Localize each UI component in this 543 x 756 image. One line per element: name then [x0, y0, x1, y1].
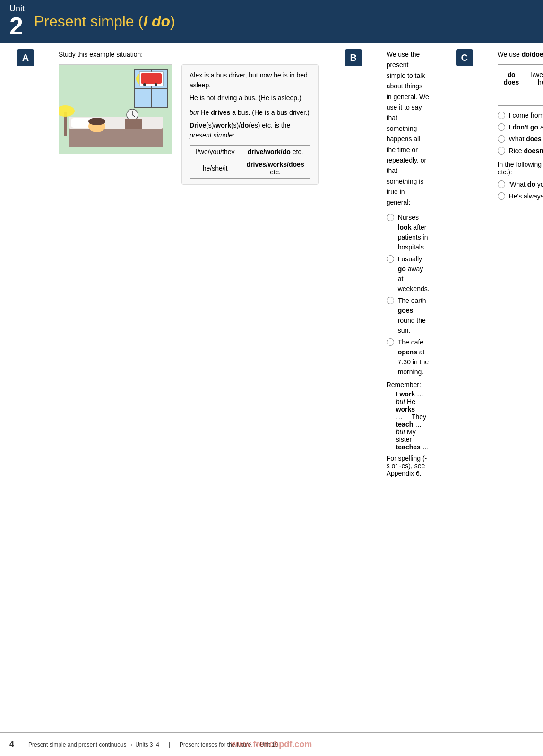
section-a-badge: A — [17, 49, 34, 66]
section-a: A Study this example situation: — [0, 43, 328, 486]
textbox-drive-explain: Drive(s)/work(s)/do(es) etc. is the pres… — [190, 120, 310, 140]
remember-block: Remember: I work … but He works … They t… — [387, 381, 430, 451]
page-header: Unit 2 Present simple (I do) — [0, 0, 543, 43]
also-intro: In the following examples, do is also th… — [498, 161, 543, 176]
list-item: Rice doesn't grow in cold climates. — [498, 146, 543, 156]
section-c-body: We use do/does to make questions and neg… — [490, 43, 543, 486]
unit-box: Unit 2 — [9, 4, 25, 38]
section-b-body: We use the present simple to talk about … — [379, 43, 439, 486]
table-row1-verb: drive/work/do etc. — [241, 146, 310, 158]
footer-link-1[interactable]: Present simple and present continuous → … — [28, 741, 159, 748]
bullet-circle — [498, 180, 505, 188]
list-item: I usually go away at weekends. — [387, 254, 430, 294]
section-a-body: Study this example situation: — [51, 43, 328, 486]
page-title: Present simple (I do) — [34, 13, 175, 30]
section-c-badge: C — [456, 49, 473, 66]
section-c-label: C — [439, 43, 490, 486]
list-item: What does this word mean? (not What mean… — [498, 134, 543, 144]
section-a-label: A — [0, 43, 51, 486]
list-item: He's always so lazy. He doesn't do anyth… — [498, 191, 543, 201]
table-row1-pronoun: I/we/you/they — [190, 146, 241, 158]
section-a-intro: Study this example situation: — [59, 49, 319, 60]
do-does-table: dodoes I/we/you/theyhe/she/it work? I/we… — [498, 64, 543, 106]
section-b-bullets: Nurses look after patients in hospitals.… — [387, 213, 430, 377]
table-row2-pronoun: he/she/it — [190, 158, 241, 179]
watermark: www.frenchpdf.com — [231, 739, 312, 749]
section-b-label: B — [328, 43, 379, 486]
main-content: A Study this example situation: — [0, 43, 543, 486]
do-does-cell: dodoes — [498, 65, 525, 92]
bullet-circle — [387, 214, 394, 221]
bullet-circle — [498, 112, 505, 119]
section-b: B We use the present simple to talk abou… — [328, 43, 439, 486]
bullet-circle — [498, 123, 505, 131]
unit-number: 2 — [9, 14, 25, 38]
svg-rect-6 — [141, 73, 162, 84]
list-item: The earth goes round the sun. — [387, 296, 430, 335]
bullet-circle — [498, 192, 505, 200]
title-bold: I do — [143, 13, 170, 30]
textbox-but: but He drives a bus. (He is a bus driver… — [190, 108, 310, 118]
section-a-textbox: Alex is a bus driver, but now he is in b… — [181, 64, 319, 185]
section-a-content: Alex is a bus driver, but now he is in b… — [59, 64, 319, 185]
bullet-circle — [498, 135, 505, 143]
svg-rect-19 — [125, 119, 142, 129]
svg-point-8 — [155, 83, 157, 86]
section-c-bullets: I come from Canada. Where do you come fr… — [498, 111, 543, 156]
section-b-intro: We use the present simple to talk about … — [387, 49, 430, 208]
section-b-badge: B — [345, 49, 362, 66]
bed-illustration-svg — [59, 65, 172, 154]
textbox-line1: Alex is a bus driver, but now he is in b… — [190, 70, 310, 90]
table-row2-verb: drives/works/does etc. — [241, 158, 310, 179]
bullet-circle — [387, 255, 394, 263]
bullet-circle — [387, 297, 394, 304]
textbox-line2: He is not driving a bus. (He is asleep.) — [190, 93, 310, 103]
svg-point-7 — [143, 83, 146, 86]
section-a-illustration — [59, 64, 172, 154]
footer-divider: | — [169, 741, 170, 748]
remember-line: I work … but He works … They teach … but… — [396, 390, 430, 451]
list-item: I don't go away very often. — [498, 122, 543, 132]
grammar-table: I/we/you/they drive/work/do etc. he/she/… — [190, 145, 310, 179]
bullet-circle — [387, 338, 394, 346]
list-item: Nurses look after patients in hospitals. — [387, 213, 430, 252]
pronoun-cell-1: I/we/you/theyhe/she/it — [525, 65, 543, 92]
page-footer: 4 Present simple and present continuous … — [0, 732, 543, 756]
bullet-circle — [498, 147, 505, 155]
remember-label: Remember: — [387, 381, 430, 388]
page-number: 4 — [9, 739, 14, 749]
svg-rect-3 — [135, 88, 168, 89]
svg-point-15 — [88, 118, 105, 125]
list-item: 'What do you do?' 'I work in a shop.' — [498, 180, 543, 189]
list-item: The cafe opens at 7.30 in the morning. — [387, 337, 430, 377]
section-c-intro: We use do/does to make questions and neg… — [498, 49, 543, 60]
list-item: I come from Canada. Where do you come fr… — [498, 111, 543, 120]
section-c: C We use do/does to make questions and n… — [439, 43, 543, 486]
section-c-also-bullets: 'What do you do?' 'I work in a shop.' He… — [498, 180, 543, 201]
spelling-note: For spelling (-s or -es), see Appendix 6… — [387, 455, 430, 477]
